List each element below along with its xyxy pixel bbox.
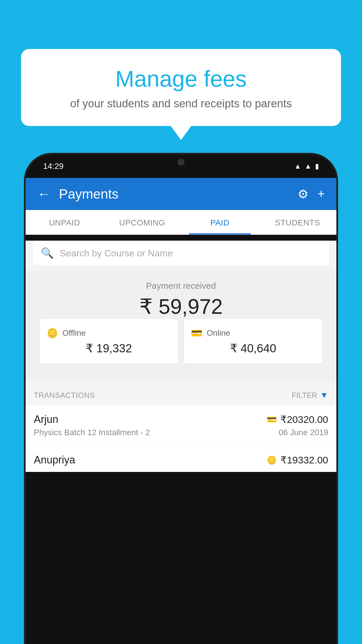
offline-payment-icon: 🪙 [267, 455, 277, 465]
signal-icon: ▲ [305, 162, 312, 170]
app-content: 🔍 Search by Course or Name Payment recei… [26, 241, 336, 472]
filter-button[interactable]: FILTER ▼ [292, 391, 328, 400]
payment-received-label: Payment received [33, 281, 329, 291]
speech-bubble: Manage fees of your students and send re… [21, 49, 341, 126]
card-payment-icon: 💳 [267, 415, 277, 424]
transaction-item-partial[interactable]: Anupriya 🪙 ₹19332.00 [26, 446, 336, 472]
filter-label-text: FILTER [292, 391, 317, 400]
search-bar[interactable]: 🔍 Search by Course or Name [33, 241, 329, 266]
phone-notch [164, 155, 198, 169]
offline-card-header: 🪙 Offline [47, 328, 171, 339]
tabs: UNPAID UPCOMING PAID STUDENTS [26, 210, 336, 235]
transaction-amount: ₹20320.00 [280, 414, 328, 425]
battery-icon: ▮ [315, 162, 319, 170]
tab-paid[interactable]: PAID [181, 210, 259, 235]
back-button[interactable]: ← [37, 187, 50, 201]
transactions-header: TRANSACTIONS FILTER ▼ [26, 384, 336, 405]
transaction-row-bottom: Physics Batch 12 Installment - 2 06 June… [34, 428, 328, 437]
search-input[interactable]: Search by Course or Name [60, 248, 173, 259]
transactions-label: TRANSACTIONS [34, 391, 95, 400]
bubble-title: Manage fees [36, 66, 326, 92]
add-icon[interactable]: + [317, 187, 325, 201]
transaction-amount-wrap: 💳 ₹20320.00 [267, 414, 328, 425]
offline-icon: 🪙 [47, 328, 58, 339]
payment-received-section: Payment received ₹ 59,972 🪙 Offline ₹ 19… [26, 270, 336, 381]
transaction-amount-wrap-2: 🪙 ₹19332.00 [267, 454, 328, 466]
transaction-amount-2: ₹19332.00 [280, 454, 328, 466]
online-card: 💳 Online ₹ 40,640 [184, 319, 322, 364]
transaction-date: 06 June 2019 [279, 428, 328, 437]
filter-icon: ▼ [320, 391, 328, 400]
settings-icon[interactable]: ⚙ [298, 187, 309, 201]
transaction-item[interactable]: Arjun 💳 ₹20320.00 Physics Batch 12 Insta… [26, 405, 336, 446]
bubble-subtitle: of your students and send receipts to pa… [36, 97, 326, 110]
online-amount: ₹ 40,640 [191, 342, 315, 355]
transaction-name-2: Anupriya [34, 454, 75, 466]
app-bar-actions: ⚙ + [298, 187, 325, 201]
status-icons: ▲ ▲ ▮ [294, 162, 319, 170]
tab-unpaid[interactable]: UNPAID [26, 210, 103, 235]
tab-students[interactable]: STUDENTS [259, 210, 337, 235]
status-bar: 14:29 ▲ ▲ ▮ [26, 155, 336, 178]
offline-label: Offline [62, 328, 86, 338]
page-title: Payments [59, 186, 298, 202]
transaction-row-top: Arjun 💳 ₹20320.00 [34, 413, 328, 426]
transaction-name: Arjun [34, 413, 58, 426]
wifi-icon: ▲ [294, 162, 301, 170]
status-time: 14:29 [43, 162, 64, 171]
tab-upcoming[interactable]: UPCOMING [103, 210, 181, 235]
payment-received-amount: ₹ 59,972 [33, 294, 329, 319]
online-card-header: 💳 Online [191, 328, 315, 339]
payment-method-cards: 🪙 Offline ₹ 19,332 💳 Online ₹ 40,640 [33, 319, 329, 372]
offline-card: 🪙 Offline ₹ 19,332 [40, 319, 178, 364]
online-icon: 💳 [191, 328, 203, 339]
app-bar: ← Payments ⚙ + [26, 178, 336, 210]
offline-amount: ₹ 19,332 [47, 342, 171, 355]
transaction-row-top-2: Anupriya 🪙 ₹19332.00 [34, 454, 328, 466]
search-icon: 🔍 [41, 247, 54, 259]
online-label: Online [207, 328, 230, 338]
transaction-course: Physics Batch 12 Installment - 2 [34, 428, 150, 437]
phone-frame: 14:29 ▲ ▲ ▮ ← Payments ⚙ + UNPAID UPCOMI… [26, 155, 336, 644]
camera [178, 159, 184, 166]
